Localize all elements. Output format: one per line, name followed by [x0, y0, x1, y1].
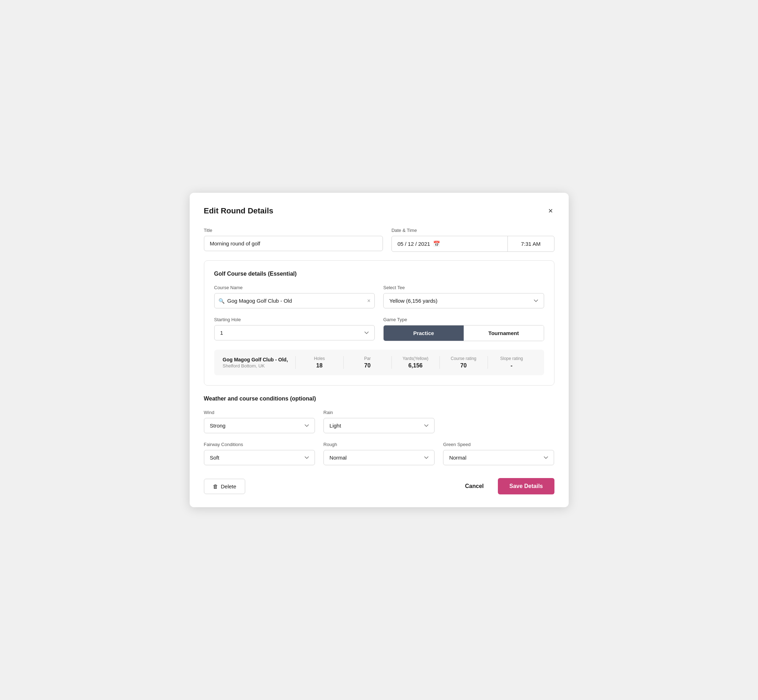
rain-spacer — [443, 410, 554, 433]
fairway-label: Fairway Conditions — [204, 442, 315, 447]
green-speed-dropdown[interactable]: Slow Normal Fast Very Fast — [443, 450, 554, 465]
clear-icon[interactable]: × — [367, 298, 370, 304]
yards-value: 6,156 — [408, 362, 423, 369]
rough-label: Rough — [324, 442, 434, 447]
select-tee-group: Select Tee Yellow (6,156 yards) White Re… — [383, 285, 544, 308]
course-rating-value: 70 — [460, 362, 467, 369]
wind-label: Wind — [204, 410, 315, 415]
time-field[interactable]: 7:31 AM — [508, 236, 554, 252]
fairway-group: Fairway Conditions Soft Normal Firm Very… — [204, 442, 315, 465]
game-type-toggle: Practice Tournament — [383, 325, 544, 341]
wind-rain-row: Wind None Light Moderate Strong Rain Non… — [204, 410, 554, 433]
course-rating-label: Course rating — [451, 356, 476, 361]
close-button[interactable]: × — [547, 206, 554, 216]
course-name-search: 🔍 × — [214, 293, 375, 308]
wind-group: Wind None Light Moderate Strong — [204, 410, 315, 433]
conditions-row: Fairway Conditions Soft Normal Firm Very… — [204, 442, 554, 465]
trash-icon: 🗑 — [213, 483, 218, 489]
date-time-picker: 05 / 12 / 2021 📅 7:31 AM — [392, 236, 554, 252]
select-tee-dropdown[interactable]: Yellow (6,156 yards) White Red Blue — [383, 293, 544, 308]
time-value: 7:31 AM — [521, 241, 540, 247]
holes-value: 18 — [316, 362, 323, 369]
starting-hole-dropdown[interactable]: 12310 — [214, 325, 375, 341]
yards-stat: Yards(Yellow) 6,156 — [392, 356, 440, 369]
course-name-label: Course Name — [214, 285, 375, 290]
cancel-button[interactable]: Cancel — [457, 479, 492, 494]
course-rating-stat: Course rating 70 — [440, 356, 487, 369]
golf-course-section: Golf Course details (Essential) Course N… — [204, 260, 554, 386]
slope-rating-label: Slope rating — [500, 356, 523, 361]
search-icon: 🔍 — [219, 298, 224, 304]
wind-dropdown[interactable]: None Light Moderate Strong — [204, 418, 315, 433]
starting-hole-group: Starting Hole 12310 — [214, 317, 375, 341]
par-stat: Par 70 — [343, 356, 392, 369]
select-tee-label: Select Tee — [383, 285, 544, 290]
green-speed-group: Green Speed Slow Normal Fast Very Fast — [443, 442, 554, 465]
tournament-button[interactable]: Tournament — [464, 325, 544, 341]
game-type-group: Game Type Practice Tournament — [383, 317, 544, 341]
title-input[interactable] — [204, 236, 383, 251]
datetime-group: Date & Time 05 / 12 / 2021 📅 7:31 AM — [392, 228, 554, 252]
yards-label: Yards(Yellow) — [402, 356, 429, 361]
modal-header: Edit Round Details × — [204, 206, 554, 216]
edit-round-modal: Edit Round Details × Title Date & Time 0… — [190, 193, 568, 507]
par-value: 70 — [365, 362, 371, 369]
golf-course-title: Golf Course details (Essential) — [214, 271, 544, 277]
title-group: Title — [204, 228, 383, 252]
slope-rating-value: - — [511, 362, 512, 369]
hole-gametype-row: Starting Hole 12310 Game Type Practice T… — [214, 317, 544, 341]
save-button[interactable]: Save Details — [498, 478, 554, 494]
course-name-group: Course Name 🔍 × — [214, 285, 375, 308]
datetime-label: Date & Time — [392, 228, 554, 233]
game-type-label: Game Type — [383, 317, 544, 322]
slope-rating-stat: Slope rating - — [487, 356, 536, 369]
course-location: Shelford Bottom, UK — [223, 363, 295, 369]
holes-stat: Holes 18 — [295, 356, 343, 369]
rough-dropdown[interactable]: Soft Normal Firm Very Firm — [324, 450, 434, 465]
fairway-dropdown[interactable]: Soft Normal Firm Very Firm — [204, 450, 315, 465]
course-name-location: Gog Magog Golf Club - Old, Shelford Bott… — [223, 357, 295, 369]
green-speed-label: Green Speed — [443, 442, 554, 447]
rain-dropdown[interactable]: None Light Moderate Heavy — [324, 418, 434, 433]
calendar-icon: 📅 — [433, 241, 440, 247]
delete-label: Delete — [221, 483, 236, 489]
rain-group: Rain None Light Moderate Heavy — [324, 410, 434, 433]
title-datetime-row: Title Date & Time 05 / 12 / 2021 📅 7:31 … — [204, 228, 554, 252]
practice-button[interactable]: Practice — [384, 325, 464, 341]
delete-button[interactable]: 🗑 Delete — [204, 479, 245, 494]
par-label: Par — [364, 356, 371, 361]
rain-label: Rain — [324, 410, 434, 415]
rough-group: Rough Soft Normal Firm Very Firm — [324, 442, 434, 465]
footer-row: 🗑 Delete Cancel Save Details — [204, 478, 554, 494]
date-value: 05 / 12 / 2021 — [398, 241, 430, 247]
holes-label: Holes — [314, 356, 325, 361]
title-label: Title — [204, 228, 383, 233]
footer-right: Cancel Save Details — [457, 478, 554, 494]
weather-section: Weather and course conditions (optional)… — [204, 395, 554, 465]
date-field[interactable]: 05 / 12 / 2021 📅 — [392, 236, 508, 252]
course-tee-row: Course Name 🔍 × Select Tee Yellow (6,156… — [214, 285, 544, 308]
modal-title: Edit Round Details — [204, 206, 274, 216]
course-full-name: Gog Magog Golf Club - Old, — [223, 357, 295, 362]
course-info-bar: Gog Magog Golf Club - Old, Shelford Bott… — [214, 350, 544, 375]
weather-title: Weather and course conditions (optional) — [204, 395, 554, 402]
starting-hole-label: Starting Hole — [214, 317, 375, 322]
course-name-input[interactable] — [214, 293, 375, 308]
